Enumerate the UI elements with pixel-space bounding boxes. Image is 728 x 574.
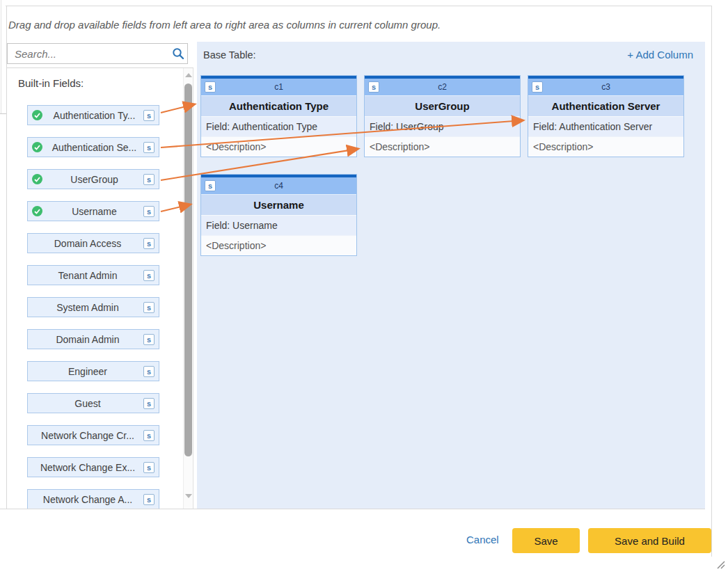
search-icon[interactable] xyxy=(169,47,187,60)
column-field: Field: Username xyxy=(201,215,356,235)
field-label: System Admin xyxy=(32,302,143,313)
base-table-label: Base Table: xyxy=(203,49,256,61)
scroll-up-arrow-icon[interactable] xyxy=(185,73,192,77)
builtin-fields-label: Built-in Fields: xyxy=(18,77,84,89)
s-badge-icon: s xyxy=(143,462,155,473)
column-name: Authentication Type xyxy=(201,95,356,116)
s-badge-icon: s xyxy=(532,81,543,93)
field-item-network-change-ex[interactable]: Network Change Ex... s xyxy=(27,457,159,477)
field-item-guest[interactable]: Guest s xyxy=(27,393,159,413)
field-item-tenant-admin[interactable]: Tenant Admin s xyxy=(27,265,159,285)
s-badge-icon: s xyxy=(205,180,216,191)
column-field: Field: Authentication Server xyxy=(528,116,683,136)
card-header: s c2 xyxy=(365,79,520,95)
s-badge-icon: s xyxy=(143,110,155,121)
column-field: Field: UserGroup xyxy=(365,116,520,136)
s-badge-icon: s xyxy=(143,334,155,345)
search-box xyxy=(7,43,188,64)
field-item-network-change-a[interactable]: Network Change A... s xyxy=(27,489,159,509)
field-label: Authentication Ty... xyxy=(45,110,143,121)
s-badge-icon: s xyxy=(143,270,155,281)
column-description[interactable]: <Description> xyxy=(201,136,356,157)
content-bottom-border xyxy=(0,509,705,509)
s-badge-icon: s xyxy=(143,366,155,377)
card-header: s c3 xyxy=(528,79,683,95)
column-group-dialog: Drag and drop available fields from left… xyxy=(0,0,728,574)
s-badge-icon: s xyxy=(143,142,155,153)
field-label: Tenant Admin xyxy=(32,270,143,281)
search-input[interactable] xyxy=(8,48,169,60)
card-header: s c4 xyxy=(201,177,356,194)
column-description[interactable]: <Description> xyxy=(365,136,520,157)
available-fields-list: Built-in Fields: Authentication Ty... s … xyxy=(7,67,193,509)
column-id: c1 xyxy=(274,82,283,92)
s-badge-icon: s xyxy=(143,302,155,313)
field-label: Network Change Cr... xyxy=(32,430,143,441)
field-label: Username xyxy=(45,206,143,217)
field-label: Network Change A... xyxy=(32,494,143,505)
s-badge-icon: s xyxy=(143,430,155,441)
column-id: c4 xyxy=(274,181,283,191)
s-badge-icon: s xyxy=(368,81,379,93)
field-label: Authentication Se... xyxy=(45,142,143,153)
column-name: Username xyxy=(201,194,356,215)
s-badge-icon: s xyxy=(143,238,155,249)
column-card-c4[interactable]: s c4 Username Field: Username <Descripti… xyxy=(200,174,357,256)
cancel-button[interactable]: Cancel xyxy=(466,534,499,545)
field-item-domain-access[interactable]: Domain Access s xyxy=(27,233,159,253)
background-edge-line xyxy=(1,0,1,113)
column-group-panel: Base Table: + Add Column s c1 Authentica… xyxy=(197,42,705,509)
field-label: Domain Admin xyxy=(32,334,143,345)
s-badge-icon: s xyxy=(143,494,155,505)
check-icon xyxy=(32,174,42,184)
column-description[interactable]: <Description> xyxy=(201,235,356,255)
check-icon xyxy=(32,142,42,152)
column-card-c2[interactable]: s c2 UserGroup Field: UserGroup <Descrip… xyxy=(364,75,521,157)
field-label: Domain Access xyxy=(32,238,143,249)
fields-scrollbar xyxy=(183,68,193,509)
field-item-authentication-server[interactable]: Authentication Se... s xyxy=(27,137,159,157)
column-card-c1[interactable]: s c1 Authentication Type Field: Authenti… xyxy=(200,75,357,157)
scrollbar-thumb[interactable] xyxy=(184,83,192,456)
s-badge-icon: s xyxy=(143,174,155,185)
field-label: UserGroup xyxy=(45,174,143,185)
resize-grip-icon[interactable] xyxy=(715,559,726,570)
scroll-down-arrow-icon[interactable] xyxy=(185,494,192,498)
add-column-link[interactable]: + Add Column xyxy=(627,49,693,61)
column-description[interactable]: <Description> xyxy=(528,136,683,157)
field-item-authentication-type[interactable]: Authentication Ty... s xyxy=(27,105,159,125)
column-id: c3 xyxy=(601,82,610,92)
dialog-top-border xyxy=(6,6,711,6)
save-button[interactable]: Save xyxy=(512,528,580,553)
card-header: s c1 xyxy=(201,79,356,95)
background-edge-line xyxy=(0,113,6,114)
column-field: Field: Authentication Type xyxy=(201,116,356,136)
field-item-network-change-cr[interactable]: Network Change Cr... s xyxy=(27,425,159,445)
field-item-engineer[interactable]: Engineer s xyxy=(27,361,159,381)
save-and-build-button[interactable]: Save and Build xyxy=(588,528,711,553)
field-item-system-admin[interactable]: System Admin s xyxy=(27,297,159,317)
column-name: UserGroup xyxy=(365,95,520,116)
field-label: Guest xyxy=(32,398,143,409)
field-item-username[interactable]: Username s xyxy=(27,201,159,221)
s-badge-icon: s xyxy=(205,81,216,93)
instruction-text: Drag and drop available fields from left… xyxy=(8,19,441,31)
check-icon xyxy=(32,110,42,120)
dialog-right-border xyxy=(711,6,712,557)
column-id: c2 xyxy=(438,82,447,92)
check-icon xyxy=(32,206,42,216)
field-item-usergroup[interactable]: UserGroup s xyxy=(27,169,159,189)
field-items-column: Authentication Ty... s Authentication Se… xyxy=(27,105,159,509)
field-label: Network Change Ex... xyxy=(32,462,143,473)
field-label: Engineer xyxy=(32,366,143,377)
field-item-domain-admin[interactable]: Domain Admin s xyxy=(27,329,159,349)
column-card-c3[interactable]: s c3 Authentication Server Field: Authen… xyxy=(528,75,684,157)
s-badge-icon: s xyxy=(143,206,155,217)
s-badge-icon: s xyxy=(143,398,155,409)
column-name: Authentication Server xyxy=(528,95,683,116)
